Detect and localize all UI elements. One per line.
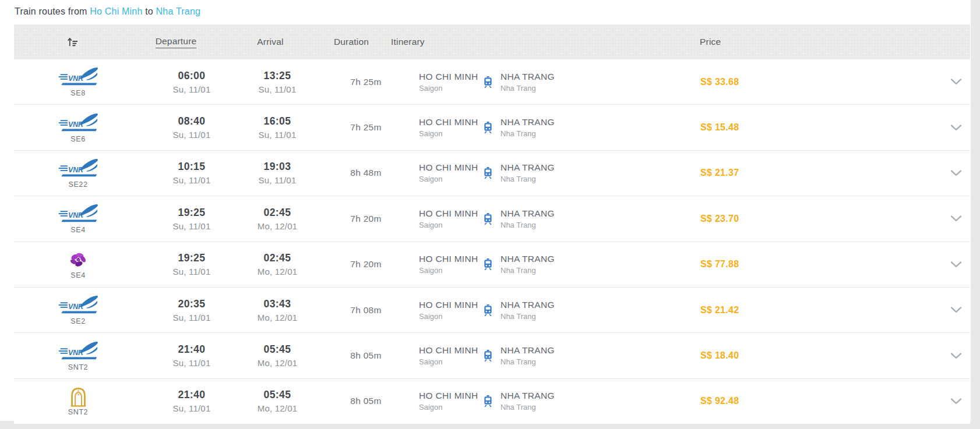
sort-amount-icon: [67, 37, 78, 47]
table-row[interactable]: SE4 19:25 Su, 11/01 02:45 Mo, 12/01 7h 2…: [14, 242, 970, 288]
from-station: HO CHI MINH Saigon: [419, 254, 483, 275]
arrival-cell: 03:43 Mo, 12/01: [239, 288, 315, 332]
expand-row-button[interactable]: [947, 288, 965, 332]
expand-row-button[interactable]: [947, 196, 965, 241]
expand-row-button[interactable]: [947, 105, 965, 150]
departure-date: Su, 11/01: [173, 175, 211, 185]
chevron-down-icon: [950, 261, 962, 268]
itinerary-cell: HO CHI MINH Saigon NHA TRANG Nha Trang: [419, 288, 555, 332]
column-header-departure[interactable]: Departure: [138, 24, 214, 59]
table-row[interactable]: SE2 20:35 Su, 11/01 03:43 Mo, 12/01 7h 0…: [14, 288, 970, 333]
departure-time: 10:15: [178, 161, 206, 173]
duration-cell: 8h 48m: [328, 151, 404, 196]
train-code: SNT2: [68, 408, 88, 416]
train-icon: [483, 121, 493, 134]
arrival-cell: 05:45 Mo, 12/01: [239, 379, 315, 424]
table-row[interactable]: SNT2 21:40 Su, 11/01 05:45 Mo, 12/01 8h …: [14, 379, 970, 424]
departure-date: Su, 11/01: [173, 313, 211, 322]
chevron-down-icon: [950, 125, 962, 131]
golden-arch-logo-icon: [69, 387, 87, 407]
train-icon: [483, 258, 493, 271]
departure-time: 08:40: [178, 115, 206, 127]
column-header-arrival: Arrival: [232, 24, 308, 59]
from-station: HO CHI MINH Saigon: [419, 345, 483, 366]
sort-button[interactable]: [61, 24, 84, 59]
vnr-train-logo-icon: [57, 203, 99, 225]
chevron-down-icon: [950, 79, 962, 85]
train-code: SE4: [70, 271, 85, 279]
itinerary-cell: HO CHI MINH Saigon NHA TRANG Nha Trang: [419, 379, 555, 424]
arrival-time: 16:05: [264, 115, 291, 127]
expand-row-button[interactable]: [947, 242, 965, 287]
price-value: S$ 21.42: [700, 288, 782, 332]
arrival-cell: 16:05 Su, 11/01: [239, 105, 315, 150]
train-code: SE8: [70, 89, 85, 97]
train-results-page: Train routes from Ho Chi Minh to Nha Tra…: [0, 0, 971, 421]
arrival-time: 05:45: [264, 389, 291, 401]
vnr-train-logo-icon: [57, 341, 99, 363]
train-routes-table: Departure Arrival Duration Itinerary Pri…: [14, 24, 970, 424]
arrival-time: 02:45: [264, 207, 291, 219]
departure-cell: 08:40 Su, 11/01: [154, 105, 230, 150]
departure-time: 21:40: [178, 343, 206, 356]
arrival-date: Mo, 12/01: [258, 267, 298, 276]
expand-row-button[interactable]: [947, 333, 965, 378]
departure-time: 21:40: [178, 389, 206, 401]
arrival-date: Mo, 12/01: [258, 358, 298, 368]
itinerary-cell: HO CHI MINH Saigon NHA TRANG Nha Trang: [419, 59, 555, 104]
column-header-duration: Duration: [313, 24, 389, 59]
to-station: NHA TRANG Nha Trang: [500, 208, 555, 229]
from-station: HO CHI MINH Saigon: [419, 72, 483, 93]
operator-cell: SE22: [37, 151, 119, 196]
vnr-train-logo-icon: [57, 295, 99, 317]
from-station: HO CHI MINH Saigon: [419, 162, 483, 183]
arrival-date: Mo, 12/01: [258, 403, 298, 413]
train-icon: [483, 212, 493, 225]
table-row[interactable]: SE4 19:25 Su, 11/01 02:45 Mo, 12/01 7h 2…: [14, 196, 970, 242]
chevron-down-icon: [950, 307, 962, 313]
duration-cell: 7h 08m: [328, 288, 404, 332]
chevron-down-icon: [950, 215, 962, 222]
to-station: NHA TRANG Nha Trang: [500, 162, 555, 183]
table-row[interactable]: SE8 06:00 Su, 11/01 13:25 Su, 11/01 7h 2…: [14, 59, 970, 105]
to-city-link[interactable]: Nha Trang: [156, 6, 201, 16]
operator-cell: SE4: [37, 196, 119, 241]
departure-date: Su, 11/01: [173, 221, 211, 231]
expand-row-button[interactable]: [947, 151, 965, 196]
duration-cell: 7h 20m: [328, 196, 404, 241]
from-station: HO CHI MINH Saigon: [419, 208, 483, 229]
train-code: SE2: [70, 317, 85, 325]
train-icon: [483, 166, 493, 179]
departure-cell: 20:35 Su, 11/01: [154, 288, 230, 332]
arrival-time: 19:03: [264, 161, 291, 173]
arrival-cell: 02:45 Mo, 12/01: [239, 242, 315, 287]
departure-cell: 10:15 Su, 11/01: [154, 151, 230, 196]
table-row[interactable]: SE22 10:15 Su, 11/01 19:03 Su, 11/01 8h …: [14, 151, 970, 196]
departure-cell: 19:25 Su, 11/01: [154, 196, 230, 241]
expand-row-button[interactable]: [947, 379, 965, 424]
train-icon: [483, 304, 493, 317]
train-icon: [483, 349, 493, 362]
departure-time: 06:00: [178, 70, 206, 82]
chevron-down-icon: [950, 170, 962, 176]
arrival-time: 02:45: [264, 252, 291, 264]
itinerary-cell: HO CHI MINH Saigon NHA TRANG Nha Trang: [419, 196, 555, 241]
departure-cell: 19:25 Su, 11/01: [154, 242, 230, 287]
from-station: HO CHI MINH Saigon: [419, 117, 483, 138]
operator-cell: SNT2: [37, 333, 119, 378]
purple-flower-logo-icon: [68, 250, 89, 271]
vnr-train-logo-icon: [57, 112, 99, 134]
arrival-date: Su, 11/01: [259, 130, 297, 140]
price-value: S$ 18.40: [700, 333, 782, 378]
table-header: Departure Arrival Duration Itinerary Pri…: [14, 24, 970, 59]
arrival-cell: 13:25 Su, 11/01: [239, 59, 315, 104]
column-header-itinerary: Itinerary: [391, 24, 507, 59]
from-city-link[interactable]: Ho Chi Minh: [90, 6, 142, 16]
expand-row-button[interactable]: [947, 59, 965, 104]
arrival-date: Mo, 12/01: [258, 313, 298, 322]
title-joiner: to: [145, 6, 153, 16]
table-row[interactable]: SE6 08:40 Su, 11/01 16:05 Su, 11/01 7h 2…: [14, 105, 970, 150]
train-icon: [483, 395, 493, 407]
vnr-train-logo-icon: [57, 158, 99, 180]
table-row[interactable]: SNT2 21:40 Su, 11/01 05:45 Mo, 12/01 8h …: [14, 333, 970, 378]
